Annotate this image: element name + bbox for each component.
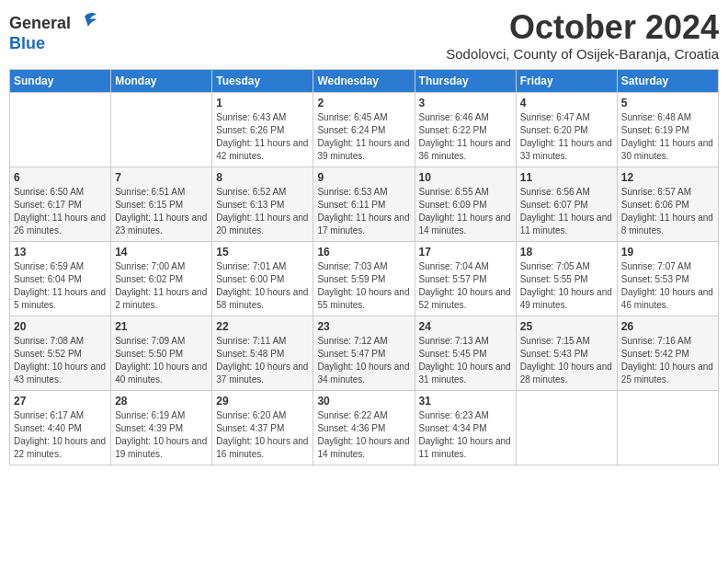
day-number: 11 [520,171,613,184]
day-number: 6 [14,171,107,184]
calendar-table: SundayMondayTuesdayWednesdayThursdayFrid… [9,69,719,465]
day-number: 25 [520,320,613,333]
calendar-day-cell: 8Sunrise: 6:52 AM Sunset: 6:13 PM Daylig… [212,167,313,241]
day-number: 22 [216,320,309,333]
calendar-day-cell: 28Sunrise: 6:19 AM Sunset: 4:39 PM Dayli… [111,390,212,465]
day-detail: Sunrise: 6:17 AM Sunset: 4:40 PM Dayligh… [14,410,106,459]
day-number: 29 [216,395,309,408]
day-number: 26 [621,320,714,333]
day-detail: Sunrise: 7:03 AM Sunset: 5:59 PM Dayligh… [317,261,409,310]
day-number: 31 [419,395,512,408]
day-number: 13 [14,246,107,259]
calendar-day-cell: 19Sunrise: 7:07 AM Sunset: 5:53 PM Dayli… [617,241,718,316]
day-detail: Sunrise: 6:19 AM Sunset: 4:39 PM Dayligh… [115,410,207,459]
day-detail: Sunrise: 7:15 AM Sunset: 5:43 PM Dayligh… [520,336,612,385]
calendar-week-row: 6Sunrise: 6:50 AM Sunset: 6:17 PM Daylig… [10,167,719,241]
location-title: Sodolovci, County of Osijek-Baranja, Cro… [446,46,719,62]
calendar-day-cell: 25Sunrise: 7:15 AM Sunset: 5:43 PM Dayli… [516,316,617,390]
day-detail: Sunrise: 7:00 AM Sunset: 6:02 PM Dayligh… [115,261,207,310]
day-number: 9 [317,171,410,184]
calendar-day-cell: 27Sunrise: 6:17 AM Sunset: 4:40 PM Dayli… [10,390,111,465]
calendar-day-cell: 10Sunrise: 6:55 AM Sunset: 6:09 PM Dayli… [415,167,516,241]
day-number: 1 [216,97,309,109]
day-detail: Sunrise: 7:08 AM Sunset: 5:52 PM Dayligh… [14,336,106,385]
day-detail: Sunrise: 6:23 AM Sunset: 4:34 PM Dayligh… [419,410,511,459]
day-number: 12 [621,171,714,184]
day-detail: Sunrise: 6:45 AM Sunset: 6:24 PM Dayligh… [317,112,409,161]
weekday-header-cell: Thursday [415,69,516,92]
day-detail: Sunrise: 6:20 AM Sunset: 4:37 PM Dayligh… [216,410,308,459]
logo: General Blue [9,13,98,53]
calendar-day-cell: 29Sunrise: 6:20 AM Sunset: 4:37 PM Dayli… [212,390,313,465]
day-detail: Sunrise: 6:56 AM Sunset: 6:07 PM Dayligh… [520,187,612,236]
day-detail: Sunrise: 6:57 AM Sunset: 6:06 PM Dayligh… [621,187,713,236]
day-number: 21 [115,320,208,333]
day-number: 14 [115,246,208,259]
calendar-day-cell: 9Sunrise: 6:53 AM Sunset: 6:11 PM Daylig… [313,167,415,241]
day-detail: Sunrise: 6:47 AM Sunset: 6:20 PM Dayligh… [520,112,612,161]
day-detail: Sunrise: 6:51 AM Sunset: 6:15 PM Dayligh… [115,187,207,236]
calendar-day-cell: 1Sunrise: 6:43 AM Sunset: 6:26 PM Daylig… [212,92,313,167]
page-header: General Blue October 2024 Sodolovci, Cou… [9,9,719,62]
day-number: 16 [317,246,410,259]
day-number: 17 [419,246,512,259]
day-number: 28 [115,395,208,408]
day-number: 23 [317,320,410,333]
day-detail: Sunrise: 6:55 AM Sunset: 6:09 PM Dayligh… [419,187,511,236]
calendar-day-cell: 7Sunrise: 6:51 AM Sunset: 6:15 PM Daylig… [111,167,212,241]
day-detail: Sunrise: 7:11 AM Sunset: 5:48 PM Dayligh… [216,336,308,385]
calendar-day-cell: 24Sunrise: 7:13 AM Sunset: 5:45 PM Dayli… [415,316,516,390]
day-number: 15 [216,246,309,259]
day-detail: Sunrise: 6:52 AM Sunset: 6:13 PM Dayligh… [216,187,308,236]
weekday-header-cell: Saturday [617,69,718,92]
logo-bird-icon [73,9,98,35]
calendar-day-cell: 3Sunrise: 6:46 AM Sunset: 6:22 PM Daylig… [415,92,516,167]
day-detail: Sunrise: 7:09 AM Sunset: 5:50 PM Dayligh… [115,336,207,385]
day-detail: Sunrise: 7:05 AM Sunset: 5:55 PM Dayligh… [520,261,612,310]
weekday-header-cell: Monday [111,69,212,92]
day-detail: Sunrise: 6:48 AM Sunset: 6:19 PM Dayligh… [621,112,713,161]
calendar-day-cell: 22Sunrise: 7:11 AM Sunset: 5:48 PM Dayli… [212,316,313,390]
weekday-header-cell: Wednesday [313,69,415,92]
day-number: 4 [520,97,613,109]
calendar-body: 1Sunrise: 6:43 AM Sunset: 6:26 PM Daylig… [10,92,719,465]
day-number: 19 [621,246,714,259]
day-detail: Sunrise: 7:12 AM Sunset: 5:47 PM Dayligh… [317,336,409,385]
day-detail: Sunrise: 7:13 AM Sunset: 5:45 PM Dayligh… [419,336,511,385]
calendar-day-cell: 2Sunrise: 6:45 AM Sunset: 6:24 PM Daylig… [313,92,415,167]
day-number: 5 [621,97,714,109]
day-number: 18 [520,246,613,259]
day-number: 27 [14,395,107,408]
calendar-week-row: 20Sunrise: 7:08 AM Sunset: 5:52 PM Dayli… [10,316,719,390]
day-detail: Sunrise: 6:46 AM Sunset: 6:22 PM Dayligh… [419,112,511,161]
calendar-week-row: 27Sunrise: 6:17 AM Sunset: 4:40 PM Dayli… [10,390,719,465]
day-number: 10 [419,171,512,184]
title-block: October 2024 Sodolovci, County of Osijek… [446,9,719,62]
calendar-day-cell: 18Sunrise: 7:05 AM Sunset: 5:55 PM Dayli… [516,241,617,316]
calendar-day-cell: 12Sunrise: 6:57 AM Sunset: 6:06 PM Dayli… [617,167,718,241]
day-detail: Sunrise: 6:50 AM Sunset: 6:17 PM Dayligh… [14,187,106,236]
month-title: October 2024 [446,9,719,46]
calendar-day-cell: 14Sunrise: 7:00 AM Sunset: 6:02 PM Dayli… [111,241,212,316]
day-detail: Sunrise: 7:16 AM Sunset: 5:42 PM Dayligh… [621,336,713,385]
calendar-day-cell: 26Sunrise: 7:16 AM Sunset: 5:42 PM Dayli… [617,316,718,390]
calendar-day-cell: 16Sunrise: 7:03 AM Sunset: 5:59 PM Dayli… [313,241,415,316]
calendar-day-cell: 4Sunrise: 6:47 AM Sunset: 6:20 PM Daylig… [516,92,617,167]
calendar-day-cell: 23Sunrise: 7:12 AM Sunset: 5:47 PM Dayli… [313,316,415,390]
calendar-day-cell [10,92,111,167]
day-number: 24 [419,320,512,333]
day-number: 30 [317,395,410,408]
day-detail: Sunrise: 7:01 AM Sunset: 6:00 PM Dayligh… [216,261,308,310]
calendar-day-cell: 13Sunrise: 6:59 AM Sunset: 6:04 PM Dayli… [10,241,111,316]
day-number: 3 [419,97,512,109]
calendar-day-cell [111,92,212,167]
calendar-day-cell: 6Sunrise: 6:50 AM Sunset: 6:17 PM Daylig… [10,167,111,241]
calendar-day-cell: 17Sunrise: 7:04 AM Sunset: 5:57 PM Dayli… [415,241,516,316]
day-number: 20 [14,320,107,333]
weekday-header-cell: Friday [516,69,617,92]
day-detail: Sunrise: 6:53 AM Sunset: 6:11 PM Dayligh… [317,187,409,236]
calendar-week-row: 1Sunrise: 6:43 AM Sunset: 6:26 PM Daylig… [10,92,719,167]
day-detail: Sunrise: 6:43 AM Sunset: 6:26 PM Dayligh… [216,112,308,161]
calendar-day-cell: 21Sunrise: 7:09 AM Sunset: 5:50 PM Dayli… [111,316,212,390]
day-number: 8 [216,171,309,184]
